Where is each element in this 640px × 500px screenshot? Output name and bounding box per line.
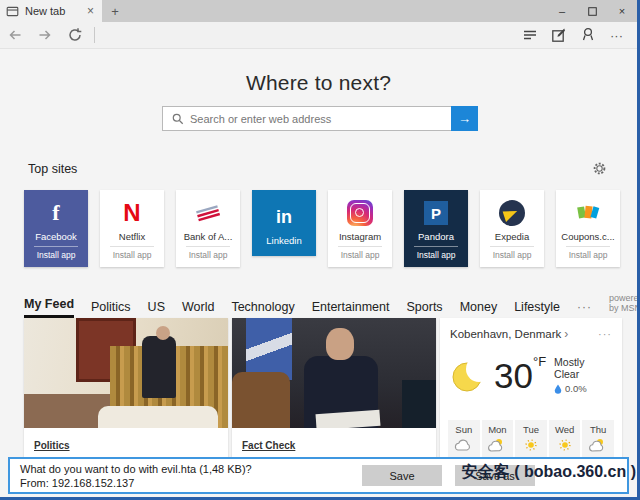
install-app-link[interactable]: Install app <box>113 250 152 260</box>
refresh-button[interactable] <box>60 22 90 49</box>
page-title: Where to next? <box>0 71 637 95</box>
feed-tab-my-feed[interactable]: My Feed <box>24 297 74 318</box>
tile-divider <box>414 246 458 247</box>
install-app-link[interactable]: Install app <box>417 250 456 260</box>
tile-label: Coupons.c... <box>561 231 614 242</box>
browser-window: New tab × + – × <box>0 0 640 500</box>
toolbar-divider <box>94 27 95 43</box>
linkedin-icon: in <box>276 207 292 228</box>
partly-sunny-icon <box>582 438 614 452</box>
feed-tab-lifestyle[interactable]: Lifestyle <box>514 300 560 318</box>
settings-button[interactable] <box>592 161 607 176</box>
temperature-unit: °F <box>533 354 546 369</box>
article-category-link[interactable]: Politics <box>34 440 70 451</box>
install-app-link[interactable]: Install app <box>493 250 532 260</box>
weather-location-link[interactable]: Kobenhavn, Denmark <box>450 328 561 340</box>
news-image <box>24 318 228 428</box>
pandora-icon: P <box>424 201 448 225</box>
tile-label: Facebook <box>35 231 77 242</box>
install-app-link[interactable]: Install app <box>341 250 380 260</box>
search-icon <box>163 113 190 125</box>
tile-label: Instagram <box>339 231 381 242</box>
new-tab-page: Where to next? → Top sites f Facebook In… <box>0 50 637 497</box>
coupons-icon <box>574 203 602 223</box>
tile-label: Linkedin <box>266 235 301 246</box>
sunny-icon <box>515 438 547 452</box>
search-bar: → <box>162 106 478 131</box>
feed-tab-world[interactable]: World <box>182 300 214 318</box>
feed-tab-money[interactable]: Money <box>460 300 498 318</box>
netflix-icon: N <box>123 199 140 227</box>
download-message: What do you want to do with evil.hta (1,… <box>20 463 252 475</box>
minimize-button[interactable]: – <box>547 0 577 22</box>
window-controls: – × <box>547 0 637 22</box>
tile-facebook[interactable]: f Facebook Install app <box>24 190 88 267</box>
back-arrow-icon <box>7 27 23 43</box>
close-window-button[interactable]: × <box>607 0 637 22</box>
maximize-button[interactable] <box>577 0 607 22</box>
back-button[interactable] <box>0 22 30 49</box>
tile-coupons[interactable]: Coupons.c... Install app <box>556 190 620 267</box>
new-tab-page-icon <box>6 5 19 18</box>
instagram-icon <box>347 200 373 226</box>
web-note-button[interactable] <box>544 22 573 49</box>
go-button[interactable]: → <box>451 106 478 131</box>
feed-tab-sports[interactable]: Sports <box>406 300 442 318</box>
search-input[interactable] <box>190 113 452 125</box>
gear-icon <box>592 161 607 176</box>
tile-label: Pandora <box>418 231 454 242</box>
weather-menu-button[interactable]: ··· <box>598 328 612 340</box>
article-category-link[interactable]: Fact Check <box>242 440 295 451</box>
temperature-value: 30 <box>494 358 533 393</box>
new-tab-button[interactable]: + <box>102 0 128 22</box>
more-actions-button[interactable]: ··· <box>602 22 631 49</box>
bank-of-america-icon <box>194 203 222 223</box>
more-icon: ··· <box>610 28 623 43</box>
share-button[interactable] <box>573 22 602 49</box>
tile-expedia[interactable]: Expedia Install app <box>480 190 544 267</box>
close-tab-icon[interactable]: × <box>85 4 96 18</box>
tab-new-tab[interactable]: New tab × <box>0 0 102 22</box>
tile-divider <box>338 246 382 247</box>
facebook-icon: f <box>52 200 59 226</box>
feed-tab-politics[interactable]: Politics <box>91 300 131 318</box>
feed-tab-entertainment[interactable]: Entertainment <box>312 300 390 318</box>
feed-tab-technology[interactable]: Technology <box>231 300 294 318</box>
feed-tab-us[interactable]: US <box>148 300 165 318</box>
tile-label: Expedia <box>495 231 529 242</box>
tile-instagram[interactable]: Instagram Install app <box>328 190 392 267</box>
moon-icon <box>450 355 490 395</box>
chevron-right-icon: › <box>564 327 568 341</box>
install-app-link[interactable]: Install app <box>569 250 608 260</box>
tile-pandora[interactable]: P Pandora Install app <box>404 190 468 267</box>
tile-divider <box>566 246 610 247</box>
refresh-icon <box>67 27 83 43</box>
top-sites-title: Top sites <box>28 162 77 176</box>
install-app-link[interactable]: Install app <box>37 250 76 260</box>
tile-netflix[interactable]: N Netflix Install app <box>100 190 164 267</box>
partly-sunny-icon <box>482 438 514 452</box>
precipitation-value: 0.0% <box>565 383 587 394</box>
go-arrow-icon: → <box>458 111 471 126</box>
top-sites-grid: f Facebook Install app N Netflix Install… <box>24 190 620 267</box>
tab-bar: New tab × + – × <box>0 0 637 22</box>
tile-label: Bank of A... <box>184 231 233 242</box>
expedia-icon <box>499 200 525 226</box>
feed-more-tabs-button[interactable]: ··· <box>577 300 592 318</box>
install-app-link[interactable]: Install app <box>189 250 228 260</box>
forward-arrow-icon <box>37 27 53 43</box>
save-button[interactable]: Save <box>362 465 442 486</box>
cloudy-icon <box>448 438 480 452</box>
sunny-icon <box>549 438 581 452</box>
tile-divider <box>490 246 534 247</box>
tile-bank-of-america[interactable]: Bank of A... Install app <box>176 190 240 267</box>
tab-title: New tab <box>25 5 79 17</box>
feed-tab-strip: My Feed Politics US World Technology Ent… <box>24 293 623 318</box>
powered-by-msn-label: powered by MSN <box>609 293 640 318</box>
tile-divider <box>110 246 154 247</box>
tile-linkedin[interactable]: in Linkedin <box>252 190 316 256</box>
hub-button[interactable] <box>515 22 544 49</box>
forward-button[interactable] <box>30 22 60 49</box>
tile-divider <box>186 246 230 247</box>
weather-condition: Mostly Clear <box>554 356 612 380</box>
